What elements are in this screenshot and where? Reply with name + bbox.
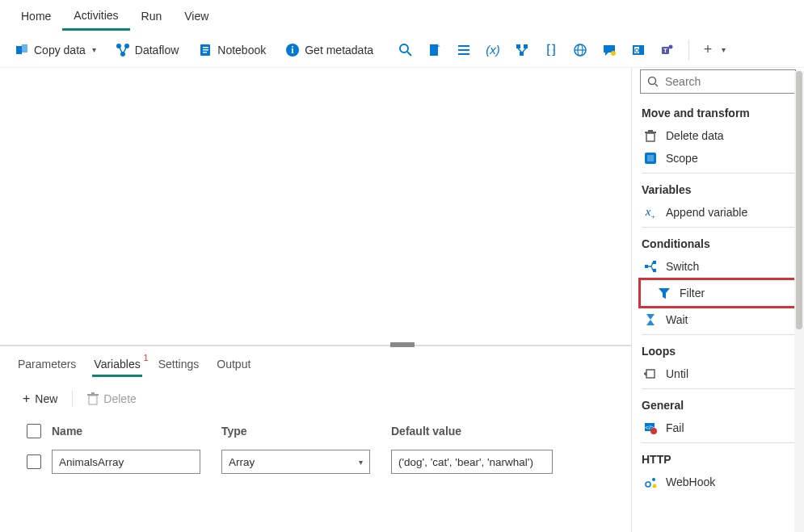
new-variable-button[interactable]: + New bbox=[16, 388, 64, 409]
outlook-icon-button[interactable]: O bbox=[627, 40, 650, 61]
group-title: Move and transform bbox=[632, 100, 804, 124]
scope-icon bbox=[643, 151, 658, 165]
variable-type-select[interactable]: Array▾ bbox=[221, 450, 370, 474]
activity-label: Until bbox=[666, 367, 688, 380]
copy-data-icon bbox=[15, 43, 29, 57]
activity-label: Filter bbox=[680, 287, 705, 300]
svg-rect-1 bbox=[22, 44, 27, 52]
top-menu-view[interactable]: View bbox=[173, 2, 220, 31]
variable-default-input[interactable] bbox=[391, 450, 553, 474]
activity-label: Wait bbox=[666, 313, 688, 326]
group-title: HTTP bbox=[632, 446, 804, 471]
tab-parameters[interactable]: Parameters bbox=[16, 353, 78, 377]
activity-append-variable[interactable]: x+Append variable bbox=[632, 201, 804, 224]
info-icon: i bbox=[285, 43, 300, 57]
dataflow-label: Dataflow bbox=[135, 44, 179, 57]
svg-rect-30 bbox=[89, 396, 97, 404]
tab-variables[interactable]: Variables1 bbox=[92, 353, 141, 377]
teams-icon: T bbox=[660, 43, 675, 57]
svg-rect-18 bbox=[524, 44, 528, 48]
svg-rect-8 bbox=[203, 52, 207, 53]
svg-point-46 bbox=[650, 428, 657, 434]
svg-point-33 bbox=[649, 77, 656, 85]
activity-filter[interactable]: Filter bbox=[646, 282, 792, 304]
scrollbar-thumb[interactable] bbox=[796, 71, 802, 329]
activity-scope[interactable]: Scope bbox=[632, 147, 804, 170]
group-title: Conditionals bbox=[632, 231, 804, 255]
list-icon bbox=[457, 43, 471, 57]
webhook-icon bbox=[643, 475, 658, 489]
dataflow-button[interactable]: Dataflow bbox=[109, 40, 185, 61]
pipeline-icon-button[interactable] bbox=[511, 40, 533, 61]
teams-icon-button[interactable]: T bbox=[656, 40, 679, 61]
top-menu-home[interactable]: Home bbox=[10, 2, 62, 31]
get-metadata-button[interactable]: i Get metadata bbox=[279, 40, 380, 61]
svg-point-11 bbox=[400, 44, 408, 52]
plus-icon: + bbox=[23, 392, 30, 406]
bracket-icon-button[interactable]: ⁅⁆ bbox=[540, 40, 562, 61]
globe-icon-button[interactable] bbox=[569, 40, 591, 61]
activity-fail[interactable]: </>Fail bbox=[632, 417, 804, 439]
svg-rect-15 bbox=[458, 49, 469, 51]
variable-icon-button[interactable]: (x) bbox=[482, 40, 504, 61]
top-menu-activities[interactable]: Activities bbox=[62, 1, 129, 31]
activity-until[interactable]: Until bbox=[632, 362, 804, 385]
pipeline-icon bbox=[515, 43, 529, 57]
highlighted-item: Filter bbox=[638, 278, 798, 308]
wait-icon bbox=[643, 312, 658, 327]
activities-search-input[interactable] bbox=[663, 74, 804, 89]
get-metadata-label: Get metadata bbox=[305, 44, 373, 57]
svg-rect-39 bbox=[647, 155, 654, 161]
select-all-checkbox[interactable] bbox=[27, 424, 41, 438]
group-title: Variables bbox=[632, 177, 804, 201]
activity-label: Delete data bbox=[666, 129, 724, 142]
activity-label: Switch bbox=[666, 260, 699, 273]
svg-point-23 bbox=[611, 51, 616, 56]
delete-variable-button[interactable]: Delete bbox=[81, 389, 142, 408]
activity-wait[interactable]: Wait bbox=[632, 308, 804, 331]
chat-icon bbox=[602, 43, 617, 57]
group-separator bbox=[642, 173, 794, 174]
plus-icon: + bbox=[701, 43, 715, 57]
copy-data-label: Copy data bbox=[34, 44, 86, 57]
svg-rect-0 bbox=[16, 46, 22, 54]
vertical-scrollbar[interactable] bbox=[794, 71, 804, 532]
activity-label: Append variable bbox=[666, 206, 747, 219]
svg-rect-37 bbox=[648, 130, 653, 132]
svg-rect-31 bbox=[87, 394, 99, 396]
search-icon-button[interactable] bbox=[394, 40, 417, 61]
chat-icon-button[interactable] bbox=[598, 40, 621, 61]
search-icon bbox=[647, 76, 659, 87]
top-menu: HomeActivitiesRunView bbox=[0, 0, 804, 32]
svg-point-49 bbox=[653, 484, 657, 488]
activity-label: WebHook bbox=[666, 475, 715, 488]
tab-settings[interactable]: Settings bbox=[157, 353, 201, 377]
toolbar: Copy data ▾ Dataflow Notebook i Get meta… bbox=[0, 32, 804, 68]
list-icon-button[interactable] bbox=[453, 40, 475, 61]
script-icon bbox=[427, 43, 442, 57]
header-default: Default value bbox=[391, 425, 561, 438]
activity-webhook[interactable]: WebHook bbox=[632, 471, 804, 493]
add-activity-button[interactable]: + ▾ bbox=[692, 40, 734, 61]
svg-rect-16 bbox=[458, 53, 469, 55]
activity-delete-data[interactable]: Delete data bbox=[632, 124, 804, 147]
activity-switch[interactable]: Switch bbox=[632, 255, 804, 278]
notebook-button[interactable]: Notebook bbox=[192, 40, 272, 61]
tab-output[interactable]: Output bbox=[215, 353, 252, 377]
filter-icon bbox=[657, 286, 671, 300]
variable-name-input[interactable] bbox=[52, 450, 200, 474]
activities-panel: Move and transformDelete dataScopeVariab… bbox=[631, 68, 804, 532]
top-menu-run[interactable]: Run bbox=[130, 2, 174, 31]
activity-label: Scope bbox=[666, 152, 698, 165]
group-title: Loops bbox=[632, 338, 804, 362]
group-separator bbox=[642, 227, 794, 228]
script-icon-button[interactable] bbox=[423, 40, 446, 61]
group-separator bbox=[642, 334, 794, 335]
row-checkbox[interactable] bbox=[27, 455, 41, 469]
svg-rect-32 bbox=[91, 392, 95, 394]
copy-data-button[interactable]: Copy data ▾ bbox=[8, 40, 103, 61]
activities-search[interactable] bbox=[640, 69, 796, 94]
badge: 1 bbox=[144, 353, 149, 362]
group-separator bbox=[642, 388, 794, 389]
notebook-label: Notebook bbox=[217, 44, 266, 57]
